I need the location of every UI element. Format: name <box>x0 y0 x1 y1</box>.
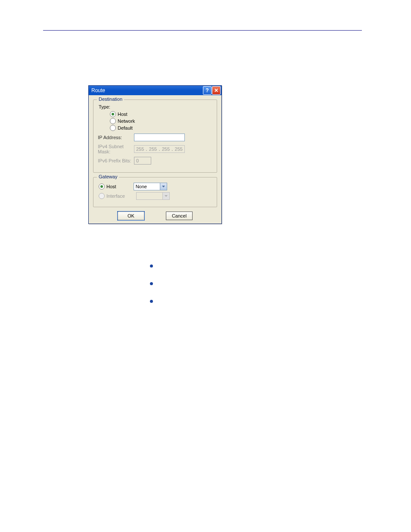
gateway-host-label: Host <box>106 184 116 189</box>
gateway-host-radio[interactable] <box>99 184 105 190</box>
bullet-icon <box>150 282 153 285</box>
subnet-d: 255 <box>173 146 184 152</box>
type-network-radio[interactable] <box>110 118 116 124</box>
cancel-button[interactable]: Cancel <box>166 212 193 220</box>
button-row: OK Cancel <box>93 212 217 220</box>
chevron-down-icon <box>162 193 169 199</box>
bullet-list <box>150 264 153 317</box>
gateway-interface-row: Interface <box>99 192 212 200</box>
dialog-title: Route <box>91 87 105 93</box>
subnet-a: 255 <box>134 146 146 152</box>
prefix-bits-input: 0 <box>134 157 151 165</box>
destination-group: Destination Type: Host Network Default I… <box>93 100 217 173</box>
type-host-radio[interactable] <box>110 111 116 117</box>
ip-address-row: IP Address: <box>98 134 212 141</box>
prefix-bits-row: IPv6 Prefix Bits: 0 <box>98 157 212 165</box>
titlebar[interactable]: Route ? ✕ <box>89 86 221 95</box>
dialog-body: Destination Type: Host Network Default I… <box>89 95 221 224</box>
titlebar-buttons: ? ✕ <box>203 86 221 95</box>
type-default-label: Default <box>118 125 133 131</box>
page-divider <box>43 30 362 31</box>
gateway-group: Gateway Host None Interface <box>93 177 217 207</box>
ip-address-input[interactable] <box>134 134 185 141</box>
bullet-icon <box>150 264 153 268</box>
gateway-interface-radio <box>99 193 105 199</box>
ok-button[interactable]: OK <box>118 212 144 220</box>
bullet-icon <box>150 300 153 303</box>
close-icon: ✕ <box>214 87 218 93</box>
gateway-interface-dropdown <box>136 192 170 200</box>
chevron-down-icon[interactable] <box>160 183 167 190</box>
gateway-host-value: None <box>136 184 147 189</box>
type-default-radio[interactable] <box>110 125 116 131</box>
type-network-label: Network <box>118 118 135 124</box>
type-host-label: Host <box>118 112 128 117</box>
gateway-interface-label: Interface <box>106 193 125 199</box>
type-network-row[interactable]: Network <box>110 118 212 124</box>
type-label: Type: <box>99 104 212 109</box>
destination-legend: Destination <box>97 96 124 102</box>
ip-address-label: IP Address: <box>98 135 134 140</box>
subnet-mask-label: IPv4 Subnet Mask: <box>98 144 134 154</box>
type-default-row[interactable]: Default <box>110 125 212 131</box>
svg-marker-1 <box>165 195 168 197</box>
subnet-mask-input: 255 . 255 . 255 . 255 <box>134 145 185 153</box>
gateway-host-row[interactable]: Host None <box>99 183 212 190</box>
subnet-c: 255 <box>160 146 171 152</box>
subnet-mask-row: IPv4 Subnet Mask: 255 . 255 . 255 . 255 <box>98 144 212 154</box>
gateway-legend: Gateway <box>97 174 119 179</box>
svg-marker-0 <box>162 186 165 187</box>
gateway-host-dropdown[interactable]: None <box>134 183 167 190</box>
help-icon: ? <box>206 87 209 93</box>
subnet-b: 255 <box>147 146 159 152</box>
close-button[interactable]: ✕ <box>212 86 221 95</box>
prefix-bits-label: IPv6 Prefix Bits: <box>98 158 134 163</box>
type-host-row[interactable]: Host <box>110 111 212 117</box>
route-dialog: Route ? ✕ Destination Type: Host Network <box>88 85 222 224</box>
help-button[interactable]: ? <box>203 86 212 95</box>
